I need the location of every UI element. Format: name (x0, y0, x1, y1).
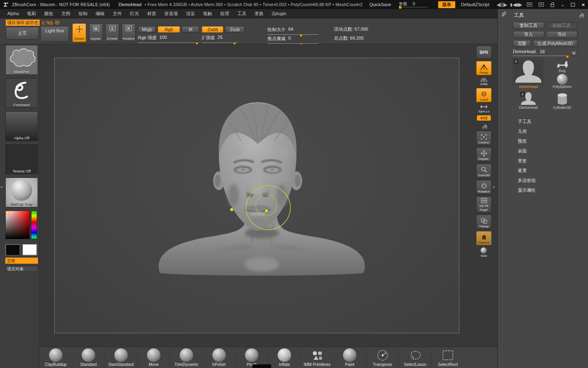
current-material-thumb[interactable]: MatCap Gray (5, 177, 38, 207)
spiral-icon[interactable] (481, 123, 487, 129)
menu-document[interactable]: 文档 (57, 9, 74, 18)
minimize-icon[interactable]: ⌄ (561, 2, 564, 7)
copy-tool-button[interactable]: 复制工具 (513, 22, 544, 29)
brush-selectrect-button[interactable]: SelectRect (432, 347, 464, 368)
menu-tool[interactable]: 工具 (233, 9, 250, 18)
color-marker[interactable] (6, 211, 9, 215)
zadd-button[interactable]: Zadd (202, 26, 223, 33)
scale-mode-button[interactable]: S Echelle (105, 23, 119, 42)
menu-edit[interactable]: 编辑 (91, 9, 109, 18)
m-button[interactable]: M (182, 26, 199, 33)
layout-panel-icon-2[interactable] (539, 2, 544, 7)
import-button[interactable]: 导入 (513, 31, 544, 38)
shelf-rotation-button[interactable]: Rotation (476, 180, 492, 194)
tool-item-handle[interactable] (566, 55, 569, 58)
tool-section-subtool[interactable]: 子工具 (513, 117, 577, 126)
maximize-icon[interactable] (571, 3, 575, 7)
brush-claybuildup-button[interactable]: ClayBuildup (40, 347, 72, 368)
polyframe-button[interactable]: Ine Fll PolyF (476, 196, 492, 213)
xyz-symmetry-button[interactable]: XYZ (477, 115, 491, 121)
r-button[interactable]: R (571, 51, 577, 56)
clone-button[interactable]: 克隆 (513, 40, 531, 47)
brush-move-button[interactable]: Move (138, 347, 170, 368)
symmetry-button[interactable]: Sym.Lo (478, 104, 489, 113)
tool-section-polygroups[interactable]: 多边形组 (513, 175, 577, 185)
main-color-swatch[interactable] (5, 244, 20, 256)
tool-thumb-demohead-2[interactable]: 2 DemoHead (513, 92, 544, 110)
lock-icon[interactable] (550, 4, 554, 7)
menu-color[interactable]: 颜色 (40, 9, 57, 18)
brush-paint-button[interactable]: Paint (334, 347, 366, 368)
viewport[interactable]: BPR Persp Grille Local Sym.Lo XYZ Centr (40, 44, 497, 347)
fill-object-button[interactable]: 填充对象 (5, 266, 38, 272)
step-forward-icon[interactable]: ▮ ◀▮▮▶ (510, 2, 522, 7)
tool-section-surface[interactable]: 表面 (513, 146, 577, 156)
menu-stroke[interactable]: 笔触 (199, 9, 216, 18)
make-polymesh3d-button[interactable]: 生成 PolyMesh3D (533, 40, 577, 47)
zoom3d-button[interactable]: Zoom3D (476, 164, 492, 178)
color-picker[interactable] (5, 211, 38, 239)
bpr-button[interactable]: BPR (476, 46, 492, 59)
secondary-color-swatch[interactable] (22, 244, 37, 256)
rgb-intensity-slider[interactable]: Rgb 强度100 (138, 35, 198, 43)
view-slider-track[interactable] (399, 6, 428, 7)
home-button[interactable]: 主页 (6, 27, 39, 40)
brush-imm-primitives-button[interactable]: IMM Primitives (301, 347, 334, 368)
ghost-transparency-button[interactable]: Fantom (476, 231, 492, 245)
current-texture-thumb[interactable]: Texture Off (5, 144, 38, 174)
tool-section-preview[interactable]: 预览 (513, 136, 577, 146)
brush-trimdynamic-button[interactable]: TrimDynamic (170, 347, 203, 368)
menu-file[interactable]: 文件 (109, 9, 126, 18)
tool-item-slider[interactable]: DemoHead.18 (513, 49, 569, 56)
brush-damstandard-button[interactable]: DamStandard (105, 347, 138, 368)
tool-section-deformation[interactable]: 变形 (513, 156, 577, 166)
switch-color-button[interactable]: 交替 (5, 258, 38, 264)
current-alpha-thumb[interactable]: Alpha Off (5, 111, 38, 141)
brush-selectlasso-button[interactable]: SelectLasso (399, 347, 432, 368)
export-button[interactable]: 导出 (546, 31, 578, 38)
draw-size-slider[interactable]: 绘制大小64 (267, 27, 318, 35)
draw-mode-button[interactable]: Dessin (72, 23, 86, 42)
brush-hpolish-button[interactable]: hPolish (203, 347, 236, 368)
quicksave-button[interactable]: QuickSave (368, 2, 393, 7)
collapse-right-arrow[interactable]: ▸ (493, 185, 495, 189)
menu-material[interactable]: 材质 (143, 9, 160, 18)
rotate-mode-button[interactable]: R Rotation (122, 23, 136, 42)
mrgb-button[interactable]: Mrgb (138, 26, 156, 33)
paste-tool-button[interactable]: 粘贴工具 (546, 22, 578, 29)
solo-button[interactable]: Solo (481, 247, 487, 258)
menu-light[interactable]: 灯光 (126, 9, 143, 18)
menu-preferences[interactable]: 首选项 (160, 9, 182, 18)
menu-zplugin[interactable]: Zplugin (267, 10, 290, 17)
collapse-left-arrow[interactable]: ◂ (0, 185, 2, 189)
brush-transpose-button[interactable]: Transpose (366, 347, 399, 368)
hue-strip[interactable] (31, 211, 37, 239)
brush-inflate-button[interactable]: Inflate (268, 347, 301, 368)
demohead-sculpt[interactable] (154, 101, 370, 278)
tool-thumb-dog[interactable]: Dog (555, 58, 569, 73)
floor-grid-button[interactable]: Grille (479, 77, 488, 86)
menu-texture[interactable]: 纹理 (216, 9, 233, 18)
perspective-button[interactable]: Persp (476, 61, 492, 75)
close-icon[interactable]: × (581, 2, 585, 8)
tool-section-masking[interactable]: 遮罩 (513, 166, 577, 175)
tool-thumb-cylinder3d[interactable]: Cylinder3D (546, 92, 578, 110)
default-zscript-button[interactable]: DefaultZScript (461, 2, 490, 7)
z-intensity-slider[interactable]: Z 强度25 (202, 35, 238, 43)
current-brush-thumb[interactable]: MaskPen (5, 45, 38, 75)
current-stroke-thumb[interactable]: FreeHand (5, 78, 38, 108)
zsub-button[interactable]: Zsub (225, 26, 245, 33)
shelf-move-button[interactable]: Deplac. (476, 147, 492, 162)
transparency-button[interactable]: Transp (476, 215, 492, 229)
rgb-button[interactable]: Rgb (158, 26, 180, 33)
tool-thumb-polysphere[interactable]: PolySphere (552, 74, 572, 89)
brush-standard-button[interactable]: Standard (72, 347, 105, 368)
frame-center-button[interactable]: Centrer (476, 131, 492, 145)
menu-draw[interactable]: 绘制 (74, 9, 91, 18)
tool-section-geometry[interactable]: 几何 (513, 126, 577, 136)
local-symmetry-button[interactable]: Local (476, 88, 492, 102)
move-mode-button[interactable]: M Deplac. (89, 23, 103, 42)
menu-render[interactable]: 渲染 (182, 9, 199, 18)
menu-brush[interactable]: 笔刷 (23, 9, 40, 18)
step-back-icon[interactable]: ◀||| |||▶ (497, 2, 507, 7)
